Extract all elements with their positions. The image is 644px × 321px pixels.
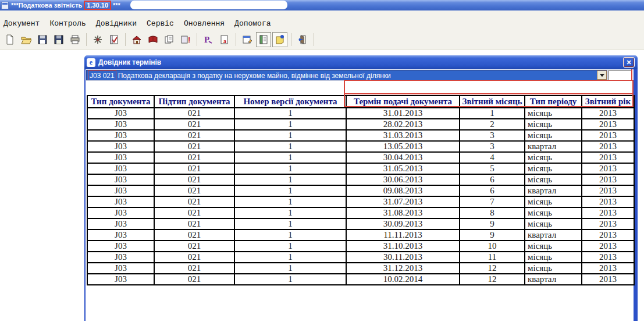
terms-directory-dialog: Тип документаПідтип документаНомер версі… xyxy=(84,55,638,321)
menu-item[interactable]: Довідники xyxy=(95,19,138,29)
table-row[interactable]: J03021111.11.20139квартал2013 xyxy=(87,230,634,241)
print-button[interactable] xyxy=(67,32,83,47)
table-cell: 09.08.2013 xyxy=(346,185,460,196)
table-cell: 3 xyxy=(460,141,525,152)
table-row[interactable]: J03021128.02.20132місяць2013 xyxy=(87,119,634,130)
table-cell: J03 xyxy=(87,263,154,274)
toolbar-separator xyxy=(314,33,314,46)
document-code-annotation-box: J03 021 xyxy=(88,70,116,80)
table-cell: 2013 xyxy=(582,130,634,141)
terms-table: Тип документаПідтип документаНомер версі… xyxy=(87,95,635,285)
column-header: Термін подачі документа xyxy=(346,96,460,108)
table-row[interactable]: J03021130.09.20139місяць2013 xyxy=(87,218,634,230)
table-cell: 2013 xyxy=(582,207,634,218)
table-row[interactable]: J03021130.04.20134місяць2013 xyxy=(87,152,634,163)
table-cell: J03 xyxy=(87,174,154,185)
table-row[interactable]: J03021131.05.20135місяць2013 xyxy=(87,163,634,174)
check-document-icon xyxy=(109,34,119,45)
menu-item[interactable]: Контроль xyxy=(48,19,87,29)
table-cell: 2 xyxy=(460,119,525,130)
version-annotation-box: 1.30.10 xyxy=(84,1,111,10)
table-cell: 31.01.2013 xyxy=(346,108,460,119)
table-cell: 10 xyxy=(460,241,525,252)
menu-item[interactable]: Допомога xyxy=(233,19,272,29)
document-description: Податкова декларація з податку на нерухо… xyxy=(118,72,391,80)
table-row[interactable]: J03021109.08.20136квартал2013 xyxy=(87,185,634,196)
table-cell: 6 xyxy=(460,174,525,185)
save-all-icon xyxy=(54,34,64,45)
table-cell: 10.02.2014 xyxy=(346,274,460,285)
toolbar-separator xyxy=(236,33,236,46)
table-row[interactable]: J03021131.03.20133місяць2013 xyxy=(87,130,634,141)
table-cell: J03 xyxy=(87,130,154,141)
table-cell: місяць xyxy=(525,119,582,130)
table-cell: місяць xyxy=(525,263,582,274)
note-pin-icon xyxy=(275,34,285,45)
table-cell: 31.07.2013 xyxy=(346,196,460,207)
column-header: Номер версії документа xyxy=(234,96,346,108)
open-button[interactable] xyxy=(19,32,34,47)
table-cell: 021 xyxy=(154,274,234,285)
dropdown-arrow-icon[interactable] xyxy=(597,70,607,80)
window-title-prefix: ***Податкова звітність xyxy=(11,2,82,9)
table-cell: 2013 xyxy=(582,263,634,274)
svg-text:P: P xyxy=(204,35,209,44)
table-row[interactable]: J03021110.02.201412квартал2013 xyxy=(87,274,634,285)
table-row[interactable]: J03021131.12.201312місяць2013 xyxy=(87,263,634,274)
open-folder-icon xyxy=(21,34,31,45)
dialog-body: Тип документаПідтип документаНомер версі… xyxy=(84,69,638,321)
document-font-button[interactable]: a xyxy=(217,32,232,47)
table-cell: 7 xyxy=(460,196,525,207)
save-all-button[interactable] xyxy=(51,32,66,47)
table-cell: J03 xyxy=(87,119,154,130)
app-icon xyxy=(1,2,9,9)
menu-item[interactable]: Документ xyxy=(2,19,41,29)
table-cell: 1 xyxy=(234,163,346,174)
copy-pages-icon xyxy=(164,34,175,45)
journal-pages-button[interactable] xyxy=(256,32,271,47)
copy-pages-button[interactable] xyxy=(162,32,177,47)
table-row[interactable]: J03021113.05.20133квартал2013 xyxy=(87,141,634,152)
close-button[interactable]: ✕ xyxy=(623,57,635,68)
toolbar-separator xyxy=(291,33,291,46)
table-cell: 12 xyxy=(460,263,525,274)
print-icon xyxy=(70,34,80,45)
table-cell: місяць xyxy=(525,130,582,141)
check-document-button[interactable] xyxy=(106,32,122,47)
document-type-dropdown[interactable]: J03 021Податкова декларація з податку на… xyxy=(86,70,607,80)
exit-icon xyxy=(297,34,308,45)
tools-button[interactable] xyxy=(90,32,105,47)
notes-button[interactable] xyxy=(272,32,287,47)
menu-item[interactable]: Оновлення xyxy=(183,19,226,29)
menu-item[interactable]: Сервіс xyxy=(145,19,175,29)
table-cell: 1 xyxy=(234,230,346,241)
properties-button[interactable] xyxy=(240,32,255,47)
table-cell: J03 xyxy=(87,274,154,285)
dialog-titlebar: e Довідник термінів xyxy=(84,55,638,69)
table-row[interactable]: J03021130.06.20136місяць2013 xyxy=(87,174,634,185)
table-cell: 1 xyxy=(234,119,346,130)
home-button[interactable] xyxy=(129,32,144,47)
table-cell: 1 xyxy=(234,241,346,252)
save-button[interactable] xyxy=(35,32,50,47)
document-alert-button[interactable]: ! xyxy=(178,32,193,47)
table-cell: J03 xyxy=(87,141,154,152)
table-row[interactable]: J03021131.10.201310місяць2013 xyxy=(87,241,634,252)
table-cell: квартал xyxy=(525,274,582,285)
table-cell: 2013 xyxy=(582,141,634,152)
table-cell: 021 xyxy=(154,196,234,207)
table-cell: 021 xyxy=(154,174,234,185)
table-row[interactable]: J03021130.11.201311місяць2013 xyxy=(87,252,634,263)
table-cell: місяць xyxy=(525,252,582,263)
table-row[interactable]: J03021131.01.20131місяць2013 xyxy=(87,108,634,119)
book-button[interactable] xyxy=(145,32,161,47)
table-cell: місяць xyxy=(525,174,582,185)
sign-stamp-button[interactable]: P xyxy=(201,32,216,47)
table-row[interactable]: J03021131.07.20137місяць2013 xyxy=(87,196,634,207)
new-document-button[interactable] xyxy=(2,32,17,47)
redaction-blob xyxy=(130,1,287,9)
table-cell: 31.03.2013 xyxy=(346,130,460,141)
table-row[interactable]: J03021131.08.20138місяць2013 xyxy=(87,207,634,218)
exit-button[interactable] xyxy=(295,32,310,47)
toolbar-separator xyxy=(197,33,197,46)
